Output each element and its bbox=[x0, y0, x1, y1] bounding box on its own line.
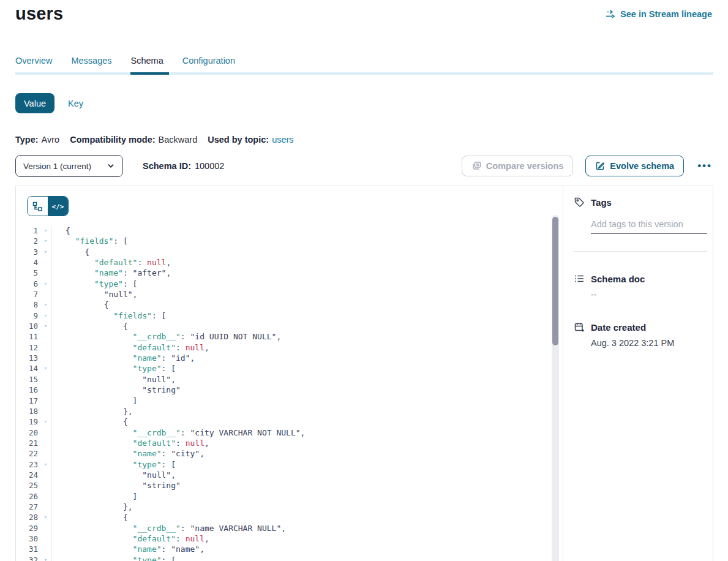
evolve-schema-button[interactable]: Evolve schema bbox=[585, 156, 684, 176]
fold-spacer bbox=[40, 470, 51, 480]
fold-toggle-icon[interactable]: ▾ bbox=[40, 459, 51, 470]
code-text: ] bbox=[51, 396, 549, 406]
code-text: "__crdb__": "name VARCHAR NULL", bbox=[51, 523, 549, 533]
tab-messages[interactable]: Messages bbox=[71, 56, 111, 66]
used-by-topic-link[interactable]: users bbox=[272, 135, 293, 145]
code-line: 10▾ { bbox=[16, 321, 549, 331]
line-number: 12 bbox=[16, 342, 40, 353]
fold-spacer bbox=[40, 353, 51, 363]
key-tab-button[interactable]: Key bbox=[68, 99, 83, 108]
code-line: 25 "string" bbox=[16, 480, 549, 491]
line-number: 23 bbox=[16, 459, 40, 470]
code-line: 32▾ "type": [ bbox=[16, 555, 549, 561]
tree-view-button[interactable] bbox=[28, 197, 48, 216]
line-number: 31 bbox=[16, 544, 40, 554]
schema-panel: </> 1▾{2▾ "fields": [3▾ {4 "default": nu… bbox=[15, 186, 713, 561]
fold-spacer bbox=[40, 523, 51, 533]
code-line: 13 "name": "id", bbox=[16, 353, 549, 363]
evolve-schema-label: Evolve schema bbox=[610, 161, 674, 171]
schema-id-value: 100002 bbox=[195, 161, 224, 171]
fold-toggle-icon[interactable]: ▾ bbox=[40, 363, 51, 374]
code-line: 20 "__crdb__": "city VARCHAR NOT NULL", bbox=[16, 427, 549, 438]
line-number: 15 bbox=[16, 374, 40, 385]
code-text: "null", bbox=[51, 470, 549, 480]
date-created-section: Date created Aug. 3 2022 3:21 PM bbox=[574, 322, 707, 348]
fold-toggle-icon[interactable]: ▾ bbox=[40, 247, 51, 257]
line-number: 19 bbox=[16, 416, 40, 427]
tags-section: Tags bbox=[574, 197, 707, 234]
fold-spacer bbox=[40, 491, 51, 502]
code-line: 1▾{ bbox=[16, 225, 549, 236]
more-actions-button[interactable]: ••• bbox=[696, 160, 713, 172]
compare-versions-button[interactable]: Compare versions bbox=[462, 156, 574, 176]
code-text: ] bbox=[51, 491, 549, 502]
scrollbar-thumb[interactable] bbox=[552, 217, 558, 345]
schema-doc-value: -- bbox=[591, 290, 707, 299]
line-number: 17 bbox=[16, 396, 40, 406]
date-created-title: Date created bbox=[591, 322, 646, 333]
code-text: "type": [ bbox=[51, 279, 549, 289]
code-line: 7 "null", bbox=[16, 289, 549, 299]
code-text: { bbox=[51, 225, 549, 236]
fold-toggle-icon[interactable]: ▾ bbox=[40, 321, 51, 331]
view-mode-toggle: </> bbox=[27, 196, 69, 216]
code-line: 17 ] bbox=[16, 396, 549, 406]
code-line: 16 "string" bbox=[16, 385, 549, 395]
code-line: 15 "null", bbox=[16, 374, 549, 385]
code-line: 3▾ { bbox=[16, 247, 549, 257]
tag-icon bbox=[574, 197, 585, 208]
fold-spacer bbox=[40, 544, 51, 554]
code-line: 21 "default": null, bbox=[16, 438, 549, 448]
line-number: 28 bbox=[16, 512, 40, 522]
line-number: 6 bbox=[16, 279, 40, 289]
line-number: 27 bbox=[16, 502, 40, 512]
line-number: 1 bbox=[16, 225, 40, 236]
code-line: 24 "null", bbox=[16, 470, 549, 480]
fold-toggle-icon[interactable]: ▾ bbox=[40, 512, 51, 522]
fold-toggle-icon[interactable]: ▾ bbox=[40, 555, 51, 561]
code-line: 22 "name": "city", bbox=[16, 448, 549, 459]
code-text: { bbox=[51, 512, 549, 522]
fold-toggle-icon[interactable]: ▾ bbox=[40, 279, 51, 289]
fold-toggle-icon[interactable]: ▾ bbox=[40, 311, 51, 321]
fold-toggle-icon[interactable]: ▾ bbox=[40, 416, 51, 427]
stream-lineage-icon bbox=[606, 9, 616, 19]
add-tags-input[interactable] bbox=[591, 219, 707, 234]
code-text: "default": null, bbox=[51, 438, 549, 448]
tab-configuration[interactable]: Configuration bbox=[182, 56, 235, 66]
fold-toggle-icon[interactable]: ▾ bbox=[40, 299, 51, 310]
fold-toggle-icon[interactable]: ▾ bbox=[40, 236, 51, 246]
line-number: 13 bbox=[16, 353, 40, 363]
tab-overview[interactable]: Overview bbox=[15, 56, 52, 66]
tree-view-icon bbox=[32, 201, 43, 212]
line-number: 29 bbox=[16, 523, 40, 533]
fold-toggle-icon[interactable]: ▾ bbox=[40, 225, 51, 236]
type-label: Type: bbox=[15, 135, 39, 145]
code-text: "default": null, bbox=[51, 533, 549, 544]
value-tab-button[interactable]: Value bbox=[15, 93, 54, 113]
code-line: 19▾ { bbox=[16, 416, 549, 427]
code-editor: 1▾{2▾ "fields": [3▾ {4 "default": null,5… bbox=[16, 225, 549, 561]
scrollbar-track[interactable] bbox=[552, 215, 559, 561]
code-line: 2▾ "fields": [ bbox=[16, 236, 549, 246]
schema-doc-section: Schema doc -- bbox=[574, 273, 707, 299]
code-line: 6▾ "type": [ bbox=[16, 279, 549, 289]
line-number: 24 bbox=[16, 470, 40, 480]
page-title: users bbox=[15, 4, 63, 24]
version-select[interactable]: Version 1 (current) bbox=[15, 155, 123, 177]
code-text: "type": [ bbox=[51, 555, 549, 561]
fold-spacer bbox=[40, 268, 51, 278]
tab-schema[interactable]: Schema bbox=[131, 56, 163, 66]
line-number: 4 bbox=[16, 257, 40, 268]
code-line: 4 "default": null, bbox=[16, 257, 549, 268]
fold-spacer bbox=[40, 427, 51, 438]
code-view-button[interactable]: </> bbox=[48, 197, 68, 216]
code-text: { bbox=[51, 299, 549, 310]
tags-title: Tags bbox=[591, 197, 612, 208]
fold-spacer bbox=[40, 438, 51, 448]
code-text: "type": [ bbox=[51, 363, 549, 374]
stream-lineage-link[interactable]: See in Stream lineage bbox=[606, 9, 712, 19]
fold-spacer bbox=[40, 448, 51, 459]
line-number: 9 bbox=[16, 311, 40, 321]
code-text: "__crdb__": "id UUID NOT NULL", bbox=[51, 331, 549, 342]
